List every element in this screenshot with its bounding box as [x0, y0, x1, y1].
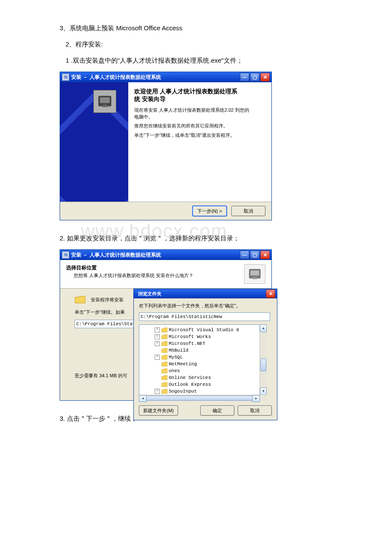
header-title: 选择目标位置: [66, 264, 244, 272]
tree-item-label: MSBuild: [169, 347, 188, 354]
expand-icon[interactable]: +: [155, 341, 160, 346]
expand-icon[interactable]: +: [155, 355, 160, 360]
folder-icon: [161, 389, 167, 394]
install-text: 安装程序将安装: [91, 297, 124, 303]
close-button[interactable]: ✕: [260, 73, 270, 81]
browse-message: 在下列列表中选择一个文件夹，然后单击"确定"。: [139, 303, 272, 309]
wizard-header: 选择目标位置 您想将 人事人才统计报表数据处理系统 安装在什么地方？: [60, 260, 271, 289]
expand-icon[interactable]: +: [155, 327, 160, 332]
tree-item[interactable]: NetMeeting: [155, 361, 265, 367]
folder-icon: [161, 341, 167, 346]
next-button[interactable]: 下一步(N) >: [192, 205, 227, 217]
scroll-left-icon[interactable]: ◂: [139, 395, 147, 402]
scroll-up-icon[interactable]: ▴: [260, 324, 267, 332]
tree-item-label: MySQL: [169, 354, 183, 361]
svg-rect-5: [253, 277, 257, 279]
scroll-right-icon[interactable]: ▸: [252, 395, 260, 402]
install-path-input[interactable]: C:\Program Files\Statis: [75, 320, 135, 328]
folder-icon: [75, 295, 86, 304]
scroll-thumb[interactable]: [146, 396, 253, 401]
installer-icon: ⧉: [62, 73, 69, 81]
tree-item-label: Microsoft Visual Studio 8: [169, 327, 239, 333]
welcome-text-3: 单击"下一步"继续，或单击"取消"退出安装程序。: [134, 132, 265, 139]
cancel-button[interactable]: 取消: [238, 405, 272, 416]
doc-line-3: 1 .双击安装盘中的"人事人才统计报表数据处理系统.exe"文件；: [60, 55, 332, 66]
box-disk-icon: [244, 264, 265, 284]
doc-line-2: 2、程序安装:: [60, 39, 332, 49]
cancel-button[interactable]: 取消: [231, 206, 265, 216]
browse-folder-dialog: 浏览文件夹 ✕ 在下列列表中选择一个文件夹，然后单击"确定"。 C:\Progr…: [133, 289, 277, 420]
tree-item-label: Microsoft Works: [169, 333, 211, 340]
tree-item[interactable]: +Microsoft.NET: [155, 340, 265, 347]
tree-item[interactable]: +Microsoft Visual Studio 8: [155, 327, 265, 333]
welcome-text-2: 推荐您在继续安装前关闭所有其它应用程序。: [134, 123, 265, 129]
svg-rect-2: [102, 105, 107, 107]
folder-icon: [161, 361, 167, 367]
horizontal-scrollbar[interactable]: ◂ ▸: [139, 395, 267, 401]
tree-item-label: SogouInput: [169, 388, 197, 395]
folder-icon: [161, 355, 167, 360]
tree-item[interactable]: +Microsoft Works: [155, 333, 265, 340]
tree-item[interactable]: +MySQL: [155, 354, 265, 361]
titlebar: ⧉ 安装 － 人事人才统计报表数据处理系统 — ▢ ✕: [60, 250, 271, 260]
tree-item-label: NetMeeting: [169, 361, 197, 367]
header-subtitle: 您想将 人事人才统计报表数据处理系统 安装在什么地方？: [74, 272, 244, 279]
tree-item-label: Outlook Express: [169, 381, 211, 388]
folder-icon: [161, 375, 167, 380]
welcome-text-1: 现在将安装 人事人才统计报表数据处理系统2.02 到您的 电脑中。: [134, 107, 265, 120]
titlebar: ⧉ 安装 － 人事人才统计报表数据处理系统 — ▢ ✕: [60, 72, 271, 82]
maximize-button[interactable]: ▢: [250, 251, 259, 259]
folder-icon: [161, 382, 167, 387]
tree-item[interactable]: MSBuild: [155, 347, 265, 354]
tree-item-label: ones: [169, 367, 180, 374]
window-title: 安装 － 人事人才统计报表数据处理系统: [71, 74, 240, 81]
tree-item[interactable]: Online Services: [155, 374, 265, 381]
vertical-scrollbar[interactable]: ▴ ▾: [259, 324, 267, 395]
folder-tree[interactable]: +Microsoft Visual Studio 8+Microsoft Wor…: [139, 324, 267, 401]
expand-icon[interactable]: +: [155, 334, 160, 339]
tree-item[interactable]: +SogouInput: [155, 388, 265, 395]
minimize-button[interactable]: —: [240, 73, 249, 81]
window-title: 安装 － 人事人才统计报表数据处理系统: [71, 251, 240, 259]
tree-item-label: Microsoft.NET: [169, 340, 205, 347]
scroll-thumb[interactable]: [260, 358, 266, 371]
tree-item[interactable]: Outlook Express: [155, 381, 265, 388]
wizard-sidebar-graphic: [60, 82, 128, 202]
scroll-down-icon[interactable]: ▾: [260, 387, 267, 395]
minimize-button[interactable]: —: [240, 251, 249, 259]
folder-icon: [161, 368, 167, 373]
doc-line-4: 2. 如果更改安装目录，点击＂浏览＂，选择新的程序安装目录；: [60, 233, 332, 243]
folder-icon: [161, 348, 167, 353]
box-disk-icon: [93, 90, 116, 113]
folder-icon: [161, 334, 167, 339]
tree-item[interactable]: ones: [155, 367, 265, 374]
doc-line-1: 3、系统电脑上预装 Microsoft Office Access: [60, 23, 332, 33]
new-folder-button[interactable]: 新建文件夹(M): [139, 405, 178, 416]
tree-item-label: Online Services: [169, 374, 211, 381]
installer-window-welcome: ⧉ 安装 － 人事人才统计报表数据处理系统 — ▢ ✕ 欢迎使用 人事人才统计报…: [60, 72, 272, 220]
welcome-heading: 欢迎使用 人事人才统计报表数据处理系 统 安装向导: [134, 87, 265, 103]
close-button[interactable]: ✕: [260, 251, 270, 259]
close-button[interactable]: ✕: [266, 289, 275, 298]
svg-rect-1: [100, 98, 110, 103]
browse-path-input[interactable]: C:\Program Files\StatisticNew: [139, 312, 270, 321]
ok-button[interactable]: 确定: [200, 405, 234, 416]
expand-icon[interactable]: +: [155, 389, 160, 394]
svg-rect-4: [251, 271, 259, 276]
installer-icon: ⧉: [62, 251, 69, 259]
installer-window-location: ⧉ 安装 － 人事人才统计报表数据处理系统 — ▢ ✕ 选择目标位置 您想将 人…: [60, 249, 272, 401]
maximize-button[interactable]: ▢: [250, 73, 259, 81]
folder-icon: [161, 327, 167, 332]
browse-title: 浏览文件夹: [135, 291, 266, 297]
